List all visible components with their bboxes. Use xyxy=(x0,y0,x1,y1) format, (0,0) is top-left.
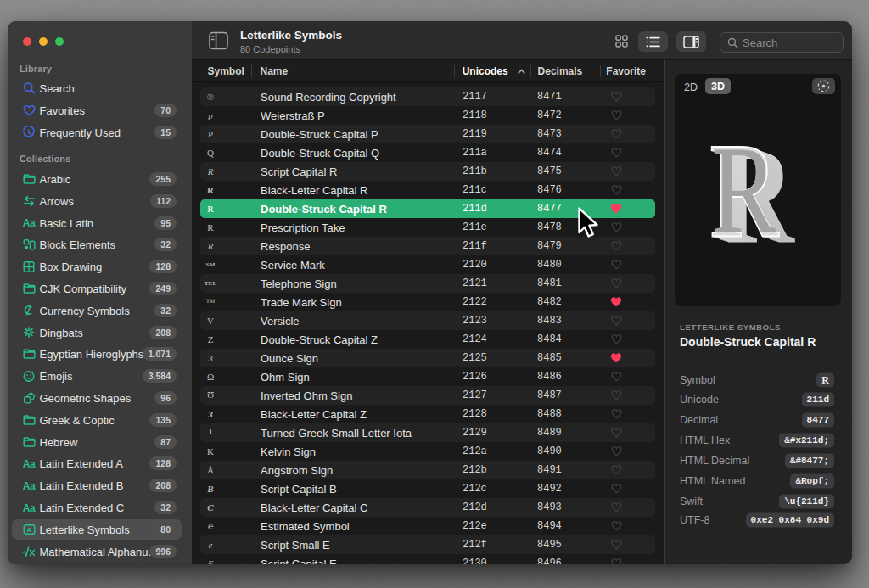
svg-text:R: R xyxy=(711,144,776,250)
svg-text:A: A xyxy=(26,526,31,534)
